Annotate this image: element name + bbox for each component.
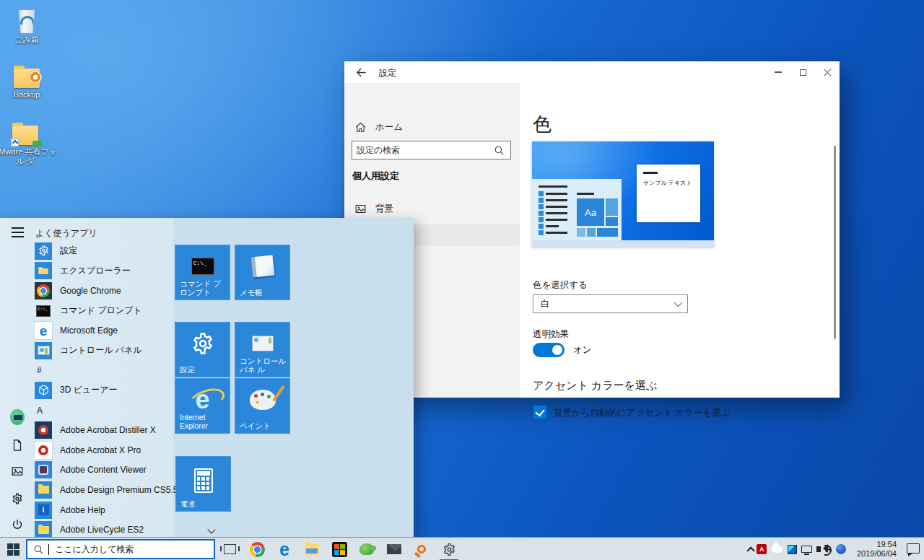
- close-button[interactable]: [815, 61, 840, 83]
- sidebar-item-label: 背景: [375, 203, 393, 215]
- app-item-acrobat-pro[interactable]: Adobe Acrobat X Pro: [35, 440, 175, 460]
- tile-calculator[interactable]: 電卓: [175, 456, 231, 512]
- title-bar[interactable]: 設定: [344, 61, 840, 83]
- power-button[interactable]: [10, 517, 25, 532]
- blue-circle-tray-icon[interactable]: [836, 544, 846, 554]
- taskbar-search-input[interactable]: [53, 543, 208, 555]
- folder-icon: [14, 69, 40, 88]
- desktop-icon-vmware-shared-folder[interactable]: VMware 共有フォル ダ: [0, 118, 58, 166]
- onedrive-cloud-icon[interactable]: [771, 546, 783, 553]
- desktop-icon-recycle-bin[interactable]: ごみ箱: [0, 6, 59, 45]
- accent-auto-label: 背景から自動的にアクセント カラーを選ぶ: [554, 407, 731, 419]
- chrome-icon: [35, 282, 52, 299]
- pictures-icon: [11, 465, 24, 478]
- settings-search-box[interactable]: [352, 141, 511, 159]
- app-item-adobe-help[interactable]: i Adobe Help: [35, 500, 175, 520]
- settings-search-input[interactable]: [352, 145, 494, 155]
- app-item-settings[interactable]: 設定: [35, 241, 175, 261]
- action-center-icon[interactable]: [907, 543, 920, 554]
- tile-command-prompt[interactable]: C:\_ コマンド プロンプト: [175, 245, 230, 300]
- chevron-down-icon: [674, 299, 682, 307]
- desktop-icon-backup[interactable]: Backup: [0, 61, 59, 100]
- network-icon[interactable]: [801, 546, 812, 553]
- folder-icon: [35, 262, 52, 279]
- color-mode-label: 色を選択する: [533, 279, 588, 292]
- taskbar-explorer[interactable]: [299, 538, 325, 560]
- maximize-button[interactable]: [790, 61, 815, 83]
- app-item-3d-viewer[interactable]: 3D ビューアー: [35, 380, 175, 401]
- teal-app-tray-icon[interactable]: [788, 545, 797, 554]
- back-button[interactable]: [349, 61, 373, 83]
- pictures-button[interactable]: [10, 464, 25, 478]
- avatar: [10, 409, 25, 425]
- transparency-toggle[interactable]: [533, 343, 565, 357]
- taskbar-settings-app[interactable]: [436, 538, 462, 560]
- text-caret: [48, 544, 49, 555]
- taskbar-tortoise-app[interactable]: [354, 538, 380, 560]
- tile-control-panel[interactable]: コントロール パネ ル: [235, 322, 290, 377]
- sidebar-item-label: ホーム: [375, 121, 403, 134]
- app-item-explorer[interactable]: エクスプローラー: [35, 261, 175, 281]
- minimize-button[interactable]: [766, 61, 790, 83]
- system-tray: A A: [746, 538, 846, 560]
- app-item-control-panel[interactable]: コントロール パネル: [35, 341, 175, 361]
- section-header-hash[interactable]: #: [35, 361, 175, 381]
- document-icon: [11, 439, 24, 452]
- adobe-tray-icon[interactable]: A: [757, 544, 767, 554]
- taskbar-search-app[interactable]: [409, 538, 435, 560]
- search-icon: [33, 544, 44, 555]
- color-mode-dropdown[interactable]: 白: [533, 294, 688, 313]
- taskbar-store[interactable]: [326, 538, 352, 560]
- tile-notepad[interactable]: メモ帳: [235, 245, 290, 300]
- desktop-icon-label: Backup: [0, 90, 59, 100]
- section-header-a[interactable]: A: [35, 401, 175, 421]
- taskbar-clock[interactable]: 19:54 2019/06/04: [849, 540, 897, 559]
- task-view-button[interactable]: [217, 538, 243, 560]
- microsoft-store-icon: [332, 542, 347, 557]
- content-viewer-icon: [35, 461, 52, 478]
- settings-window: 設定 ホーム 個人用設定 背景 色 色: [344, 61, 840, 398]
- scrollbar[interactable]: [834, 146, 836, 339]
- close-icon: [824, 69, 832, 76]
- window-title: 設定: [379, 67, 396, 79]
- app-item-design-premium[interactable]: Adobe Design Premium CS5.5: [35, 480, 175, 500]
- settings-main: 色 Aa: [520, 83, 840, 398]
- volume-icon[interactable]: [816, 546, 821, 552]
- sidebar-category: 個人用設定: [352, 170, 399, 183]
- minimize-icon: [775, 71, 782, 73]
- preview-sample-window: サンプル テキスト: [637, 165, 700, 222]
- hamburger-icon: [12, 232, 24, 233]
- tile-paint[interactable]: ペイント: [235, 378, 290, 434]
- app-item-chrome[interactable]: Google Chrome: [35, 281, 175, 301]
- show-hidden-icons-chevron[interactable]: [747, 546, 755, 554]
- command-prompt-icon: C:\_: [175, 250, 230, 282]
- app-item-content-viewer[interactable]: Adobe Content Viewer: [35, 460, 175, 481]
- power-icon: [11, 518, 24, 531]
- account-button[interactable]: [10, 410, 25, 424]
- taskbar: e A A 19:54 2019/06/04: [0, 537, 924, 560]
- chevron-down-icon[interactable]: [209, 527, 214, 533]
- folder-icon: [35, 521, 52, 538]
- tile-internet-explorer[interactable]: e Internet Explorer: [175, 378, 230, 434]
- tile-settings[interactable]: 設定: [175, 322, 230, 377]
- taskbar-mail[interactable]: [381, 538, 407, 560]
- settings-button[interactable]: [10, 491, 25, 506]
- app-item-command-prompt[interactable]: C:\_ コマンド プロンプト: [35, 301, 175, 321]
- folder-icon: [12, 126, 38, 145]
- sidebar-item-home[interactable]: ホーム: [344, 116, 520, 138]
- desktop-icon-label: VMware 共有フォル ダ: [0, 147, 58, 166]
- expand-menu-button[interactable]: [10, 225, 25, 240]
- windows-logo-icon: [7, 543, 19, 556]
- edge-icon: e: [279, 541, 289, 559]
- start-button[interactable]: [0, 538, 26, 560]
- desktop: ごみ箱 Backup VMware 共有フォル ダ 設定 ホーム 個人用設定: [0, 0, 924, 560]
- accent-auto-checkbox[interactable]: [533, 406, 546, 419]
- taskbar-search-box[interactable]: [26, 539, 215, 559]
- task-view-icon: [224, 544, 236, 554]
- sidebar-item-background[interactable]: 背景: [344, 198, 520, 219]
- documents-button[interactable]: [10, 438, 25, 452]
- app-item-acrobat-distiller[interactable]: Adobe Acrobat Distiller X: [35, 420, 175, 440]
- taskbar-chrome[interactable]: [244, 538, 270, 560]
- taskbar-edge[interactable]: e: [271, 538, 297, 560]
- app-item-edge[interactable]: e Microsoft Edge: [35, 320, 175, 341]
